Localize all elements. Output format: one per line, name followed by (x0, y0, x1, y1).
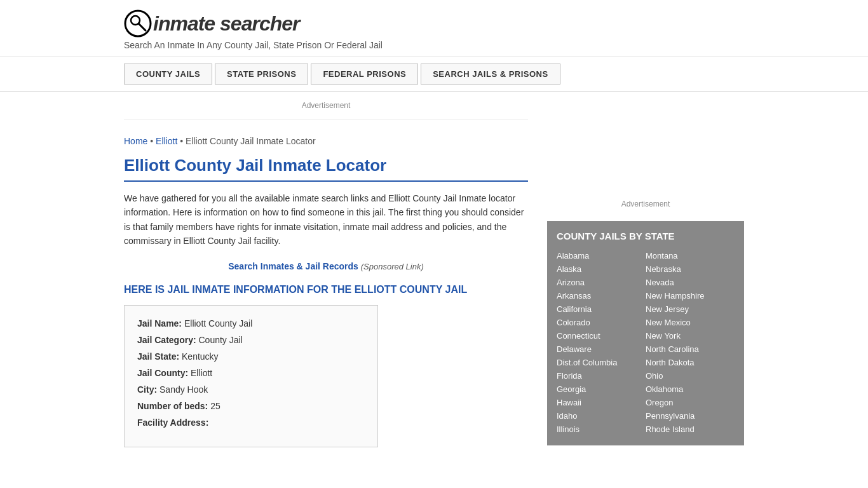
sponsored-note: (Sponsored Link) (361, 262, 424, 271)
info-value-category: County Jail (198, 335, 242, 345)
main-content: Advertisement Home • Elliott • Elliott C… (124, 92, 528, 447)
logo-text: inmate searcher (153, 12, 299, 36)
state-link-new-mexico[interactable]: New Mexico (646, 316, 735, 329)
state-link-connecticut[interactable]: Connecticut (557, 329, 646, 342)
info-row-category: Jail Category: County Jail (137, 335, 365, 345)
state-link-new-york[interactable]: New York (646, 329, 735, 342)
state-link-oregon[interactable]: Oregon (646, 396, 735, 409)
state-link-arkansas[interactable]: Arkansas (557, 289, 646, 302)
nav-state-prisons[interactable]: STATE PRISONS (215, 64, 308, 85)
breadcrumb-current: Elliott County Jail Inmate Locator (186, 136, 316, 146)
info-row-state: Jail State: Kentucky (137, 351, 365, 362)
state-link-new-jersey[interactable]: New Jersey (646, 302, 735, 316)
state-link-montana[interactable]: Montana (646, 249, 735, 262)
info-row-address: Facility Address: (137, 417, 365, 428)
info-label-city: City: (137, 384, 157, 395)
ad-banner-top: Advertisement (124, 92, 528, 120)
main-nav: COUNTY JAILS STATE PRISONS FEDERAL PRISO… (0, 57, 868, 92)
breadcrumb-sep1: • (147, 136, 156, 146)
sidebar-ad: Advertisement (547, 200, 744, 208)
sponsored-link[interactable]: Search Inmates & Jail Records (228, 261, 358, 271)
state-link-hawaii[interactable]: Hawaii (557, 396, 646, 409)
state-link-illinois[interactable]: Illinois (557, 423, 646, 436)
state-link-nevada[interactable]: Nevada (646, 276, 735, 289)
info-label-county: Jail County: (137, 368, 188, 378)
breadcrumb-elliott[interactable]: Elliott (156, 136, 177, 146)
state-link-colorado[interactable]: Colorado (557, 316, 646, 329)
breadcrumb-home[interactable]: Home (124, 136, 147, 146)
site-header: inmate searcher Search An Inmate In Any … (0, 0, 868, 57)
info-label-name: Jail Name: (137, 318, 182, 329)
info-value-county: Elliott (191, 368, 212, 378)
logo-icon (124, 10, 152, 37)
state-link-oklahoma[interactable]: Oklahoma (646, 383, 735, 396)
states-col1: Alabama Alaska Arizona Arkansas Californ… (557, 249, 646, 436)
info-row-county: Jail County: Elliott (137, 368, 365, 378)
info-label-category: Jail Category: (137, 335, 196, 345)
body-text: We have gathered for you all the availab… (124, 191, 528, 248)
info-row-name: Jail Name: Elliott County Jail (137, 318, 365, 329)
breadcrumb: Home • Elliott • Elliott County Jail Inm… (124, 130, 528, 156)
state-link-nebraska[interactable]: Nebraska (646, 262, 735, 276)
info-value-city: Sandy Hook (159, 384, 208, 395)
breadcrumb-sep2: • (177, 136, 186, 146)
info-value-name: Elliott County Jail (184, 318, 252, 329)
content-wrapper: Advertisement Home • Elliott • Elliott C… (0, 92, 868, 447)
state-link-north-carolina[interactable]: North Carolina (646, 342, 735, 356)
state-link-ohio[interactable]: Ohio (646, 369, 735, 383)
state-link-rhode-island[interactable]: Rhode Island (646, 423, 735, 436)
state-link-georgia[interactable]: Georgia (557, 383, 646, 396)
info-row-beds: Number of beds: 25 (137, 401, 365, 411)
info-box: Jail Name: Elliott County Jail Jail Cate… (124, 305, 378, 447)
nav-search-jails[interactable]: SEARCH JAILS & PRISONS (421, 64, 560, 85)
county-jails-by-state: COUNTY JAILS BY STATE Alabama Alaska Ari… (547, 221, 744, 445)
section-heading: HERE IS JAIL INMATE INFORMATION FOR THE … (124, 284, 528, 295)
states-grid: Alabama Alaska Arizona Arkansas Californ… (557, 249, 735, 436)
logo-area: inmate searcher (124, 10, 744, 37)
state-link-florida[interactable]: Florida (557, 369, 646, 383)
info-label-beds: Number of beds: (137, 401, 208, 411)
nav-federal-prisons[interactable]: FEDERAL PRISONS (311, 64, 418, 85)
state-link-delaware[interactable]: Delaware (557, 342, 646, 356)
state-link-north-dakota[interactable]: North Dakota (646, 356, 735, 369)
state-link-idaho[interactable]: Idaho (557, 409, 646, 423)
state-link-alabama[interactable]: Alabama (557, 249, 646, 262)
info-value-state: Kentucky (182, 351, 219, 362)
state-link-arizona[interactable]: Arizona (557, 276, 646, 289)
sidebar: Advertisement COUNTY JAILS BY STATE Alab… (547, 92, 744, 447)
state-link-alaska[interactable]: Alaska (557, 262, 646, 276)
state-link-new-hampshire[interactable]: New Hampshire (646, 289, 735, 302)
states-col2: Montana Nebraska Nevada New Hampshire Ne… (646, 249, 735, 436)
info-label-state: Jail State: (137, 351, 179, 362)
county-jails-title: COUNTY JAILS BY STATE (557, 231, 735, 241)
tagline: Search An Inmate In Any County Jail, Sta… (124, 40, 744, 50)
sponsored-link-area: Search Inmates & Jail Records (Sponsored… (124, 261, 528, 271)
nav-county-jails[interactable]: COUNTY JAILS (124, 64, 212, 85)
info-label-address: Facility Address: (137, 417, 208, 428)
info-value-beds: 25 (210, 401, 220, 411)
info-row-city: City: Sandy Hook (137, 384, 365, 395)
state-link-dc[interactable]: Dist.of Columbia (557, 356, 646, 369)
state-link-california[interactable]: California (557, 302, 646, 316)
page-title: Elliott County Jail Inmate Locator (124, 156, 528, 182)
state-link-pennsylvania[interactable]: Pennsylvania (646, 409, 735, 423)
